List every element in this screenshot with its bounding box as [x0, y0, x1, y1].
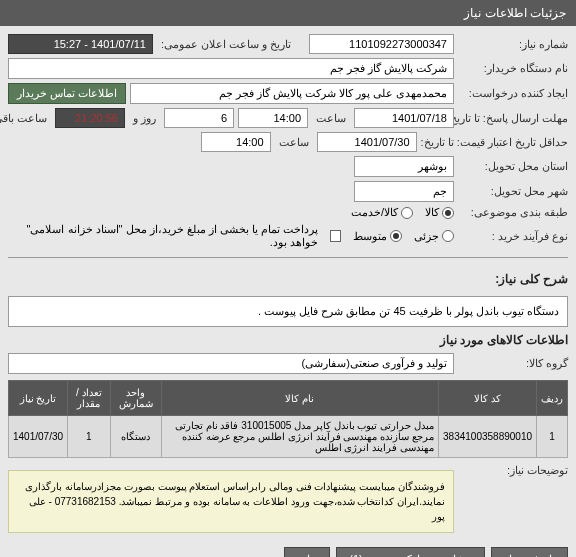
- col-row: ردیف: [537, 381, 568, 416]
- deadline-label: مهلت ارسال پاسخ: تا تاریخ:: [458, 112, 568, 125]
- radio-low-label: جزئی: [414, 230, 439, 243]
- deadline-time-field: 14:00: [238, 108, 308, 128]
- radio-khadamat-label: کالا/خدمت: [351, 206, 398, 219]
- buyer-label: نام دستگاه خریدار:: [458, 62, 568, 75]
- requester-field: محمدمهدی علی پور کالا شرکت پالایش گاز فج…: [130, 83, 454, 104]
- table-row: 1 3834100358890010 مبدل حرارتی تیوب باند…: [9, 416, 568, 458]
- need-no-label: شماره نیاز:: [458, 38, 568, 51]
- cell-qty: 1: [68, 416, 111, 458]
- and-label: روز و: [133, 112, 156, 125]
- radio-icon: [442, 230, 454, 242]
- separator: [8, 257, 568, 258]
- group-label: گروه کالا:: [458, 357, 568, 370]
- process-note: پرداخت تمام یا بخشی از مبلغ خرید،از محل …: [8, 223, 318, 249]
- province-label: استان محل تحویل:: [458, 160, 568, 173]
- col-qty: تعداد / مقدار: [68, 381, 111, 416]
- validity-time-field: 14:00: [201, 132, 271, 152]
- radio-icon: [401, 207, 413, 219]
- button-row: پاسخ به نیاز مشاهده مدارک پیوستی (1) چاپ: [8, 547, 568, 557]
- attachments-button[interactable]: مشاهده مدارک پیوستی (1): [336, 547, 485, 557]
- respond-button[interactable]: پاسخ به نیاز: [491, 547, 568, 557]
- form-area: شماره نیاز: 1101092273000347 تاریخ و ساع…: [0, 26, 576, 557]
- public-date-label: تاریخ و ساعت اعلان عمومی:: [161, 38, 291, 51]
- col-unit: واحد شمارش: [110, 381, 161, 416]
- cell-unit: دستگاه: [110, 416, 161, 458]
- treasury-checkbox[interactable]: [330, 230, 341, 242]
- process-group: جزئی متوسط پرداخت تمام یا بخشی از مبلغ خ…: [8, 223, 454, 249]
- city-label: شهر محل تحویل:: [458, 185, 568, 198]
- page-header: جزئیات اطلاعات نیاز: [0, 0, 576, 26]
- deadline-date-field: 1401/07/18: [354, 108, 454, 128]
- province-field: بوشهر: [354, 156, 454, 177]
- col-name: نام کالا: [161, 381, 438, 416]
- time-label-1: ساعت: [316, 112, 346, 125]
- countdown-field: 21:20:56: [55, 108, 125, 128]
- header-title: جزئیات اطلاعات نیاز: [464, 6, 566, 20]
- remain-label: ساعت باقی مانده: [0, 112, 47, 125]
- desc-box: دستگاه تیوب باندل پولر با ظرفیت 45 تن مط…: [8, 296, 568, 327]
- cell-date: 1401/07/30: [9, 416, 68, 458]
- radio-khadamat[interactable]: کالا/خدمت: [351, 206, 413, 219]
- col-code: کد کالا: [439, 381, 537, 416]
- buyer-field: شرکت پالایش گاز فجر جم: [8, 58, 454, 79]
- requester-label: ایجاد کننده درخواست:: [458, 87, 568, 100]
- desc-title: شرح کلی نیاز:: [495, 272, 568, 286]
- goods-title: اطلاعات کالاهای مورد نیاز: [8, 333, 568, 347]
- cell-row: 1: [537, 416, 568, 458]
- process-label: نوع فرآیند خرید :: [458, 230, 568, 243]
- radio-kala-label: کالا: [425, 206, 439, 219]
- contact-buyer-button[interactable]: اطلاعات تماس خریدار: [8, 83, 126, 104]
- radio-mid-label: متوسط: [353, 230, 387, 243]
- subject-cat-label: طبقه بندی موضوعی:: [458, 206, 568, 219]
- cell-code: 3834100358890010: [439, 416, 537, 458]
- table-header-row: ردیف کد کالا نام کالا واحد شمارش تعداد /…: [9, 381, 568, 416]
- print-button[interactable]: چاپ: [284, 547, 330, 557]
- radio-icon: [442, 207, 454, 219]
- validity-label: حداقل تاریخ اعتبار قیمت: تا تاریخ:: [421, 136, 568, 149]
- radio-icon: [390, 230, 402, 242]
- radio-mid[interactable]: متوسط: [353, 230, 402, 243]
- radio-low[interactable]: جزئی: [414, 230, 454, 243]
- note-label: توضیحات نیاز:: [458, 464, 568, 477]
- validity-date-field: 1401/07/30: [317, 132, 417, 152]
- goods-table: ردیف کد کالا نام کالا واحد شمارش تعداد /…: [8, 380, 568, 458]
- public-date-field: 1401/07/11 - 15:27: [8, 34, 153, 54]
- subject-cat-group: کالا کالا/خدمت: [351, 206, 454, 219]
- time-label-2: ساعت: [279, 136, 309, 149]
- radio-kala[interactable]: کالا: [425, 206, 454, 219]
- city-field: جم: [354, 181, 454, 202]
- note-box: فروشندگان میبایست پیشنهادات فنی ومالی را…: [8, 470, 454, 533]
- days-left-field: 6: [164, 108, 234, 128]
- group-field: تولید و فرآوری صنعتی(سفارشی): [8, 353, 454, 374]
- col-date: تاریخ نیاز: [9, 381, 68, 416]
- need-no-field: 1101092273000347: [309, 34, 454, 54]
- cell-name: مبدل حرارتی تیوب باندل کاپر مدل 31001500…: [161, 416, 438, 458]
